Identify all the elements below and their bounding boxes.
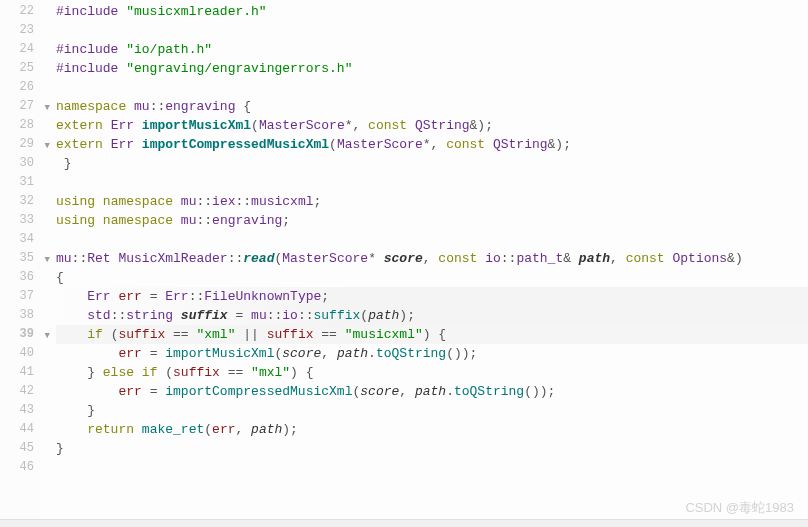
token-pl: :: <box>150 99 166 114</box>
token-pl: . <box>446 384 454 399</box>
token-kw: const <box>438 251 477 266</box>
token-pl <box>95 213 103 228</box>
code-line[interactable]: using namespace mu::engraving; <box>56 211 808 230</box>
token-pl: . <box>368 346 376 361</box>
code-line[interactable]: #include "musicxmlreader.h" <box>56 2 808 21</box>
code-line[interactable] <box>56 230 808 249</box>
code-line[interactable]: err = importMusicXml(score, path.toQStri… <box>56 344 808 363</box>
token-argb: score <box>384 251 423 266</box>
token-typ: mu <box>56 251 72 266</box>
token-pl: { <box>235 99 251 114</box>
token-pl <box>56 346 118 361</box>
bottom-bar <box>0 519 808 527</box>
token-pl: == <box>220 365 251 380</box>
token-pl: == <box>314 327 345 342</box>
token-typ: QString <box>415 118 470 133</box>
code-line[interactable] <box>56 21 808 40</box>
line-number: 38 <box>0 306 40 325</box>
line-number: 22 <box>0 2 40 21</box>
code-line[interactable]: using namespace mu::iex::musicxml; <box>56 192 808 211</box>
code-line[interactable]: extern Err importCompressedMusicXml(Mast… <box>56 135 808 154</box>
token-typ: Err <box>165 289 188 304</box>
token-typ: engraving <box>165 99 235 114</box>
token-pl: *, <box>423 137 446 152</box>
token-pl <box>134 422 142 437</box>
token-str: "engraving/engravingerrors.h" <box>126 61 352 76</box>
token-typ: mu <box>181 213 197 228</box>
token-pl <box>485 137 493 152</box>
token-pl: :: <box>111 308 127 323</box>
code-line[interactable]: return make_ret(err, path); <box>56 420 808 439</box>
code-line[interactable]: extern Err importMusicXml(MasterScore*, … <box>56 116 808 135</box>
token-typ: Err <box>111 137 134 152</box>
token-pl: || <box>235 327 266 342</box>
token-id: err <box>118 346 141 361</box>
code-line[interactable]: if (suffix == "xml" || suffix == "musicx… <box>56 325 808 344</box>
token-typ: io <box>485 251 501 266</box>
token-typ: iex <box>212 194 235 209</box>
code-line[interactable]: #include "engraving/engravingerrors.h" <box>56 59 808 78</box>
token-typ: string <box>126 308 173 323</box>
token-pl: , <box>423 251 439 266</box>
code-line[interactable]: std::string suffix = mu::io::suffix(path… <box>56 306 808 325</box>
code-line[interactable]: } else if (suffix == "mxl") { <box>56 363 808 382</box>
code-line[interactable]: namespace mu::engraving { <box>56 97 808 116</box>
token-kw: if <box>87 327 103 342</box>
line-number: 46 <box>0 458 40 477</box>
token-pp: #include <box>56 42 126 57</box>
token-typ: std <box>87 308 110 323</box>
token-id: err <box>212 422 235 437</box>
token-id: suffix <box>173 365 220 380</box>
token-kw: extern <box>56 137 103 152</box>
token-typ: musicxml <box>251 194 313 209</box>
token-pl: &); <box>470 118 493 133</box>
line-number: 35▼ <box>0 249 40 268</box>
code-line[interactable]: Err err = Err::FileUnknownType; <box>56 287 808 306</box>
code-line[interactable]: } <box>56 401 808 420</box>
code-line[interactable] <box>56 173 808 192</box>
token-pl: ) { <box>423 327 446 342</box>
token-pl: , <box>235 422 251 437</box>
code-line[interactable] <box>56 458 808 477</box>
line-number: 33 <box>0 211 40 230</box>
token-str: "musicxmlreader.h" <box>126 4 266 19</box>
line-number: 34 <box>0 230 40 249</box>
code-line[interactable]: { <box>56 268 808 287</box>
line-number: 31 <box>0 173 40 192</box>
token-fnb: importCompressedMusicXml <box>142 137 329 152</box>
token-id: suffix <box>118 327 165 342</box>
token-str: "musicxml" <box>345 327 423 342</box>
token-str: "io/path.h" <box>126 42 212 57</box>
token-typ: MusicXmlReader <box>118 251 227 266</box>
line-number: 39▼ <box>0 325 40 344</box>
token-pl: = <box>228 308 251 323</box>
token-pl: ( <box>251 118 259 133</box>
line-number: 45 <box>0 439 40 458</box>
code-line[interactable]: err = importCompressedMusicXml(score, pa… <box>56 382 808 401</box>
token-pl: :: <box>196 213 212 228</box>
token-pl: } <box>56 156 72 171</box>
token-pl: = <box>142 346 165 361</box>
code-line[interactable]: #include "io/path.h" <box>56 40 808 59</box>
token-pl: & <box>563 251 579 266</box>
line-number: 40 <box>0 344 40 363</box>
code-editor[interactable]: 222324252627▼2829▼303132333435▼36373839▼… <box>0 0 808 527</box>
code-line[interactable]: } <box>56 439 808 458</box>
token-pl: = <box>142 289 165 304</box>
code-line[interactable]: } <box>56 154 808 173</box>
token-typ: FileUnknownType <box>204 289 321 304</box>
token-pl <box>173 194 181 209</box>
token-pl: :: <box>501 251 517 266</box>
code-line[interactable] <box>56 78 808 97</box>
token-pl <box>134 118 142 133</box>
token-kw: namespace <box>103 194 173 209</box>
code-line[interactable]: mu::Ret MusicXmlReader::read(MasterScore… <box>56 249 808 268</box>
token-typ: MasterScore <box>337 137 423 152</box>
token-fn: toQString <box>454 384 524 399</box>
token-typ: mu <box>181 194 197 209</box>
code-area[interactable]: #include "musicxmlreader.h"#include "io/… <box>40 0 808 527</box>
token-fn: make_ret <box>142 422 204 437</box>
token-pl <box>173 308 181 323</box>
token-kw: const <box>446 137 485 152</box>
token-kw: return <box>87 422 134 437</box>
